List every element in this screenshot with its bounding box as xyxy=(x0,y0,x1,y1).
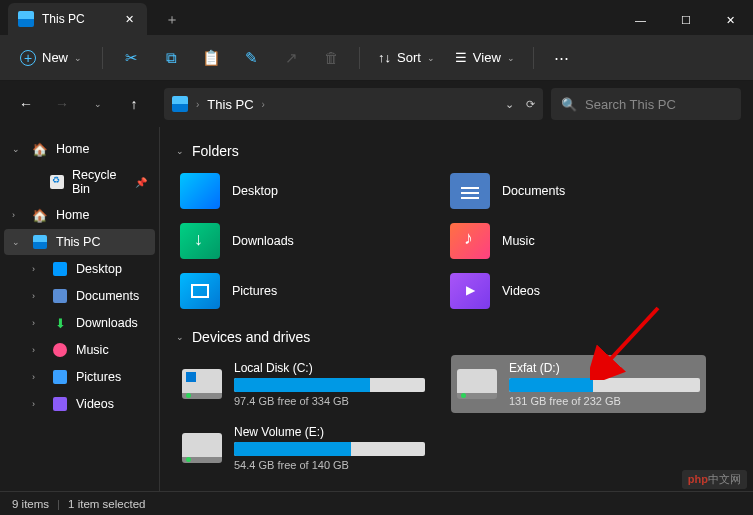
drives-group-header[interactable]: ⌄ Devices and drives xyxy=(176,329,737,345)
sidebar-label: Downloads xyxy=(76,316,138,330)
sort-button[interactable]: ↑↓ Sort ⌄ xyxy=(370,45,443,70)
sidebar-label: Music xyxy=(76,343,109,357)
folder-desktop[interactable]: Desktop xyxy=(176,169,426,213)
sidebar-label: Videos xyxy=(76,397,114,411)
drive-exfat-d[interactable]: Exfat (D:)131 GB free of 232 GB xyxy=(451,355,706,413)
view-button[interactable]: ☰ View ⌄ xyxy=(447,45,523,70)
chevron-icon: › xyxy=(12,210,24,220)
folder-pictures[interactable]: Pictures xyxy=(176,269,426,313)
back-button[interactable]: ← xyxy=(12,90,40,118)
refresh-button[interactable]: ⟳ xyxy=(526,98,535,111)
rename-button[interactable]: ✎ xyxy=(233,41,269,75)
drive-name: Local Disk (C:) xyxy=(234,361,425,375)
drive-info: New Volume (E:)54.4 GB free of 140 GB xyxy=(234,425,425,471)
titlebar: This PC ✕ ＋ — ☐ ✕ xyxy=(0,0,753,35)
drives-grid: Local Disk (C:)97.4 GB free of 334 GBExf… xyxy=(176,355,737,477)
chevron-icon: › xyxy=(32,345,44,355)
minimize-button[interactable]: — xyxy=(618,5,663,35)
chevron-icon: › xyxy=(32,291,44,301)
folder-videos[interactable]: Videos xyxy=(446,269,696,313)
folder-music[interactable]: Music xyxy=(446,219,696,263)
address-bar[interactable]: › This PC › ⌄ ⟳ xyxy=(164,88,543,120)
new-button[interactable]: + New ⌄ xyxy=(10,45,92,71)
sidebar-label: Documents xyxy=(76,289,139,303)
drive-free-text: 97.4 GB free of 334 GB xyxy=(234,395,425,407)
sidebar-label: Desktop xyxy=(76,262,122,276)
music-folder-icon xyxy=(450,223,490,259)
sidebar-item-pictures[interactable]: ›Pictures xyxy=(4,364,155,390)
address-dropdown-button[interactable]: ⌄ xyxy=(505,98,514,111)
folder-label: Videos xyxy=(502,284,540,298)
chevron-down-icon: ⌄ xyxy=(176,332,184,342)
chevron-icon: ⌄ xyxy=(12,144,24,154)
folder-label: Documents xyxy=(502,184,565,198)
copy-button[interactable]: ⧉ xyxy=(153,41,189,75)
drive-info: Exfat (D:)131 GB free of 232 GB xyxy=(509,361,700,407)
separator: | xyxy=(57,498,60,510)
navbar: ← → ⌄ ↑ › This PC › ⌄ ⟳ 🔍 Search This PC xyxy=(0,81,753,127)
new-label: New xyxy=(42,50,68,65)
sidebar-label: Home xyxy=(56,208,89,222)
search-placeholder: Search This PC xyxy=(585,97,676,112)
close-window-button[interactable]: ✕ xyxy=(708,5,753,35)
vids-folder-icon xyxy=(450,273,490,309)
folders-group-header[interactable]: ⌄ Folders xyxy=(176,143,737,159)
window-tab[interactable]: This PC ✕ xyxy=(8,3,147,35)
drive-free-text: 54.4 GB free of 140 GB xyxy=(234,459,425,471)
cut-button[interactable]: ✂ xyxy=(113,41,149,75)
search-input[interactable]: 🔍 Search This PC xyxy=(551,88,741,120)
sidebar-label: Pictures xyxy=(76,370,121,384)
sort-label: Sort xyxy=(397,50,421,65)
pc-icon xyxy=(18,11,34,27)
sidebar-item-downloads[interactable]: ›⬇Downloads xyxy=(4,310,155,336)
separator xyxy=(533,47,534,69)
share-button[interactable]: ↗ xyxy=(273,41,309,75)
new-tab-button[interactable]: ＋ xyxy=(157,5,187,35)
close-tab-button[interactable]: ✕ xyxy=(123,12,137,26)
sidebar-item-home[interactable]: ⌄🏠Home xyxy=(4,136,155,162)
view-icon: ☰ xyxy=(455,50,467,65)
folder-documents[interactable]: Documents xyxy=(446,169,696,213)
drive-name: Exfat (D:) xyxy=(509,361,700,375)
sidebar-item-documents[interactable]: ›Documents xyxy=(4,283,155,309)
drives-label: Devices and drives xyxy=(192,329,310,345)
address-location[interactable]: This PC xyxy=(207,97,253,112)
drive-icon xyxy=(182,433,222,463)
forward-button[interactable]: → xyxy=(48,90,76,118)
tab-title: This PC xyxy=(42,12,85,26)
statusbar: 9 items | 1 item selected xyxy=(0,491,753,515)
view-label: View xyxy=(473,50,501,65)
sidebar-item-home[interactable]: ›🏠Home xyxy=(4,202,155,228)
sidebar-label: This PC xyxy=(56,235,100,249)
sidebar-label: Home xyxy=(56,142,89,156)
chevron-icon: › xyxy=(32,318,44,328)
sidebar-item-this-pc[interactable]: ⌄This PC xyxy=(4,229,155,255)
plus-icon: + xyxy=(20,50,36,66)
maximize-button[interactable]: ☐ xyxy=(663,5,708,35)
sidebar-item-recycle-bin[interactable]: Recycle Bin📌 xyxy=(4,163,155,201)
dl-folder-icon xyxy=(180,223,220,259)
drive-free-text: 131 GB free of 232 GB xyxy=(509,395,700,407)
drive-usage-bar xyxy=(509,378,700,392)
recent-button[interactable]: ⌄ xyxy=(84,90,112,118)
pin-icon: 📌 xyxy=(135,177,147,188)
chevron-icon: › xyxy=(32,264,44,274)
folder-label: Music xyxy=(502,234,535,248)
item-count: 9 items xyxy=(12,498,49,510)
search-icon: 🔍 xyxy=(561,97,577,112)
delete-button[interactable]: 🗑 xyxy=(313,41,349,75)
chevron-icon: › xyxy=(32,399,44,409)
drive-local-disk-c[interactable]: Local Disk (C:)97.4 GB free of 334 GB xyxy=(176,355,431,413)
chevron-down-icon: ⌄ xyxy=(427,53,435,63)
folder-downloads[interactable]: Downloads xyxy=(176,219,426,263)
more-button[interactable]: ⋯ xyxy=(544,41,580,75)
sidebar-item-videos[interactable]: ›Videos xyxy=(4,391,155,417)
drive-icon xyxy=(457,369,497,399)
drive-new-volume-e[interactable]: New Volume (E:)54.4 GB free of 140 GB xyxy=(176,419,431,477)
sidebar-item-desktop[interactable]: ›Desktop xyxy=(4,256,155,282)
up-button[interactable]: ↑ xyxy=(120,90,148,118)
chevron-down-icon: ⌄ xyxy=(74,53,82,63)
sidebar-item-music[interactable]: ›Music xyxy=(4,337,155,363)
paste-button[interactable]: 📋 xyxy=(193,41,229,75)
pc-icon xyxy=(172,96,188,112)
